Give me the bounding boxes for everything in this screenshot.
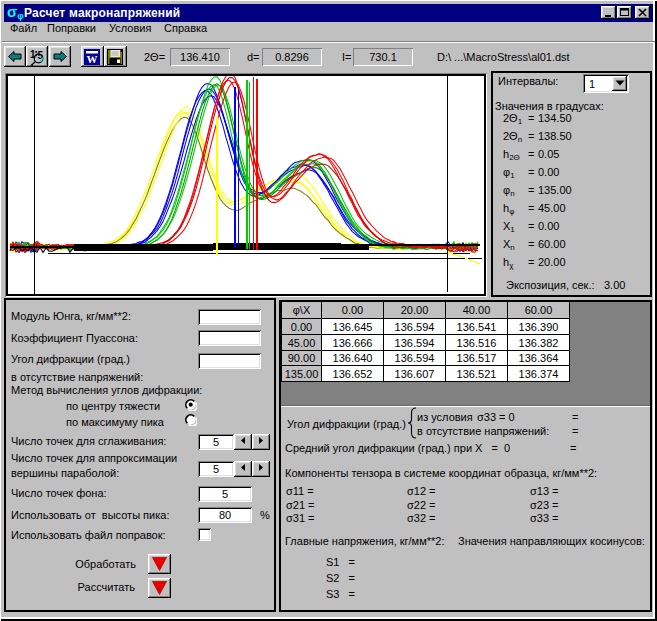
svg-text:1: 1 <box>30 49 36 60</box>
svg-text:W: W <box>87 53 98 65</box>
